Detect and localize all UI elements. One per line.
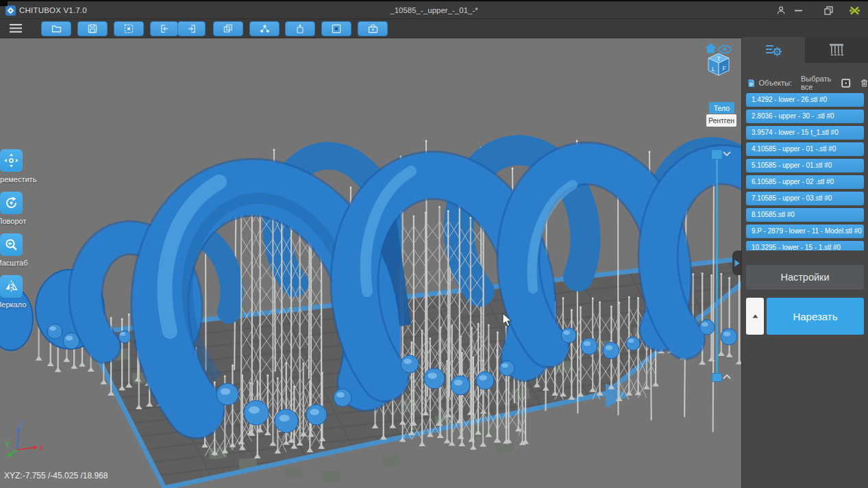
tab-support[interactable]	[805, 37, 868, 63]
view-cube-top-label: T	[717, 55, 721, 62]
rotate-tool-label: Поворот	[0, 217, 33, 225]
select-all-checkbox[interactable]	[841, 77, 851, 89]
right-panel: Объекты: Выбрать все 1.4292 - lower - 26…	[741, 37, 868, 488]
save-icon	[88, 24, 97, 34]
scale-tool-button[interactable]	[0, 233, 23, 256]
cursor-coordinates: XYZ:-7.755 /-45.025 /18.968	[4, 471, 108, 480]
object-list-item[interactable]: 3.9574 - lower - 15 t_1.stl #0	[746, 126, 864, 140]
objects-label: Объекты:	[759, 79, 792, 87]
redo-icon	[187, 24, 197, 34]
select-all-label[interactable]: Выбрать все	[801, 75, 836, 91]
move-tool-label: Переместить	[0, 175, 33, 183]
close-button[interactable]	[847, 4, 861, 16]
undo-icon	[160, 24, 169, 34]
scale-icon	[4, 237, 18, 252]
chevron-up-icon[interactable]	[722, 373, 732, 381]
settings-list-gear-icon	[765, 42, 782, 57]
panel-tab-bar	[742, 37, 868, 63]
slice-button[interactable]: Нарезать	[767, 298, 864, 335]
document-icon	[748, 78, 755, 88]
view-cube[interactable]: T L F	[706, 52, 732, 77]
object-list-item[interactable]: 8.10585.stl #0	[746, 208, 864, 222]
resin-bottle-icon	[296, 24, 304, 34]
view-cube-front-label: F	[723, 65, 726, 72]
close-icon	[850, 6, 860, 15]
menu-hamburger-button[interactable]	[10, 24, 22, 33]
object-list-item[interactable]: 5.10585 - upper - 01.stl #0	[746, 159, 864, 172]
move-icon	[4, 153, 18, 168]
resin-button[interactable]	[285, 21, 315, 36]
restore-icon	[824, 6, 833, 15]
save-button[interactable]	[77, 21, 108, 36]
layer-slider-track[interactable]	[716, 154, 718, 377]
delete-trash-icon[interactable]	[860, 77, 868, 88]
objects-header: Объекты: Выбрать все	[742, 75, 868, 90]
scale-tool-label: Масштаб	[0, 259, 33, 267]
clone-icon	[223, 24, 233, 34]
main-toolbar	[0, 18, 868, 38]
select-model-icon	[124, 24, 134, 34]
chitubox-window: { "window": { "app_title": "CHITUBOX V1.…	[0, 0, 868, 488]
user-icon	[776, 5, 786, 15]
slice-options-spinner[interactable]	[746, 298, 764, 335]
mirror-tool-label: Зеркало	[0, 300, 33, 309]
object-list-item[interactable]: 10.3295 - lower - 15 - 1.stl #0	[746, 241, 864, 251]
open-file-button[interactable]	[41, 21, 71, 36]
mirror-icon	[4, 279, 18, 294]
object-list: 1.4292 - lower - 26.stl #0 2.8036 - uppe…	[746, 93, 864, 251]
object-list-item[interactable]: 6.10585 - upper - 02 .stl #0	[746, 175, 864, 189]
spinner-up-arrow-icon	[752, 314, 758, 318]
support-structure-icon	[828, 42, 845, 57]
hollow-button[interactable]	[321, 21, 351, 36]
slice-button-row: Нарезать	[746, 298, 864, 335]
mouse-cursor	[502, 313, 513, 328]
minimize-icon	[795, 10, 802, 12]
select-model-button[interactable]	[114, 21, 144, 36]
user-account-button[interactable]	[774, 4, 788, 16]
axis-triad: Z X Y	[4, 418, 52, 460]
axis-z-label: Z	[19, 420, 24, 428]
rotate-icon	[4, 196, 18, 210]
auto-layout-button[interactable]	[249, 21, 280, 36]
screen-corner-artifact	[0, 0, 8, 6]
build-plate-3d-scene[interactable]	[0, 37, 742, 488]
body-view-toggle[interactable]: Тело	[709, 102, 734, 114]
layer-slider-handle-top[interactable]	[711, 149, 723, 159]
move-tool-button[interactable]	[0, 149, 23, 172]
settings-button[interactable]: Настройки	[746, 265, 864, 290]
object-list-item[interactable]: 2.8036 - upper - 30 - .stl #0	[746, 110, 864, 123]
mirror-tool-button[interactable]	[0, 275, 23, 298]
tab-settings[interactable]	[742, 37, 805, 63]
rotate-tool-button[interactable]	[0, 192, 23, 214]
play-triangle-icon	[734, 259, 740, 267]
view-cube-left-label: L	[712, 66, 715, 73]
axis-x-label: X	[39, 444, 45, 452]
layer-slider-handle-bottom[interactable]	[712, 373, 722, 382]
object-list-item[interactable]: 7.10585 - upper - 03.stl #0	[746, 192, 864, 205]
auto-layout-icon	[260, 24, 270, 34]
document-title: _10585_-_upper_-_01_-*	[0, 6, 868, 14]
axis-y-label: Y	[5, 440, 10, 448]
object-list-item[interactable]: 4.10585 - upper - 01 -.stl #0	[746, 142, 864, 156]
title-bar: CHITUBOX V1.7.0 _10585_-_upper_-_01_-*	[0, 0, 868, 20]
panel-expand-arrow[interactable]	[732, 251, 742, 275]
hollow-icon	[332, 24, 341, 34]
maximize-button[interactable]	[821, 4, 835, 16]
undo-button[interactable]	[150, 21, 178, 36]
punch-hole-button[interactable]	[358, 21, 388, 36]
chevron-down-icon[interactable]	[722, 150, 732, 157]
minimize-button[interactable]	[791, 4, 805, 16]
clone-button[interactable]	[213, 21, 243, 36]
open-file-icon	[51, 24, 62, 34]
object-list-item[interactable]: 9.P - 2879 - lower - 11 - Model.stl #0	[746, 224, 864, 238]
object-list-item[interactable]: 1.4292 - lower - 26.stl #0	[746, 93, 864, 107]
xray-view-toggle[interactable]: Рентген	[706, 114, 736, 127]
redo-button[interactable]	[177, 21, 206, 36]
punch-hole-icon	[368, 24, 378, 34]
